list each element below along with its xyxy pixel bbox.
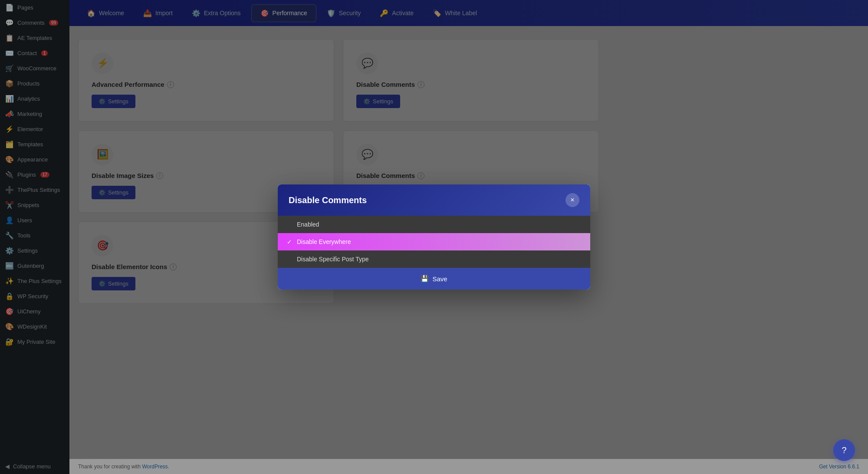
option-label-disable-everywhere: Disable Everywhere xyxy=(297,238,351,245)
disable-comments-modal: Disable Comments × Enabled ✓ Disable Eve… xyxy=(278,184,590,290)
option-disable-specific-post-type[interactable]: Disable Specific Post Type xyxy=(278,250,590,268)
option-label-enabled: Enabled xyxy=(297,221,319,228)
modal-title: Disable Comments xyxy=(289,195,367,205)
modal-header: Disable Comments × xyxy=(278,184,590,216)
options-list: Enabled ✓ Disable Everywhere Disable Spe… xyxy=(278,216,590,268)
option-enabled[interactable]: Enabled xyxy=(278,216,590,233)
help-button[interactable]: ? xyxy=(833,439,855,461)
modal-close-button[interactable]: × xyxy=(566,193,579,207)
option-disable-everywhere[interactable]: ✓ Disable Everywhere xyxy=(278,233,590,250)
save-button[interactable]: 💾 Save xyxy=(278,268,590,290)
modal-overlay[interactable]: Disable Comments × Enabled ✓ Disable Eve… xyxy=(0,0,868,474)
save-icon: 💾 xyxy=(421,275,429,283)
check-icon-disable-everywhere: ✓ xyxy=(286,238,293,245)
modal-body: Enabled ✓ Disable Everywhere Disable Spe… xyxy=(278,216,590,268)
save-label: Save xyxy=(432,275,447,283)
modal-footer: 💾 Save xyxy=(278,268,590,290)
option-label-disable-specific-post-type: Disable Specific Post Type xyxy=(297,256,369,263)
